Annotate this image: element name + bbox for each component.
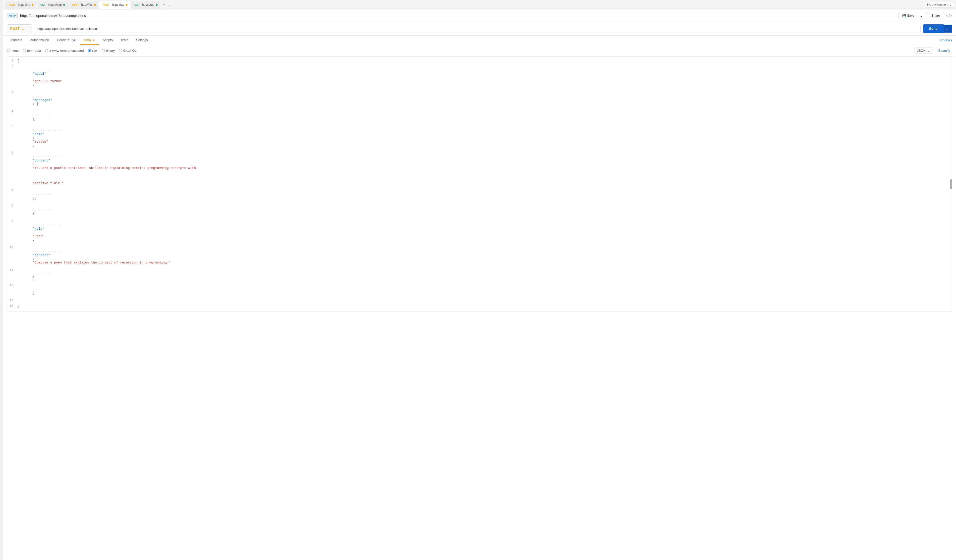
tab-4[interactable]: POST https://ap: [99, 1, 130, 9]
method-selector[interactable]: POST ⌄: [7, 24, 32, 33]
code-line-12: 12 ···· ]: [7, 283, 952, 298]
tab2-url: https://kap: [48, 3, 62, 6]
line-num-8: 8: [7, 204, 17, 208]
line-num-11: 11: [7, 268, 17, 272]
line-num-9: 9: [7, 219, 17, 223]
tab-bar: POST https://ka GET https://kap POST htt…: [3, 0, 956, 9]
option-graphql[interactable]: GraphQL: [119, 49, 137, 52]
line-num-6b: [7, 174, 17, 174]
line-content-4: ········ {: [17, 110, 952, 125]
line-content-12: ···· ]: [17, 283, 952, 298]
method-chevron-icon: ⌄: [21, 27, 24, 31]
http-badge: HTTP: [7, 13, 18, 18]
line-content-2: ········ "model" : "gpt-3.5-turbo" ,: [17, 64, 952, 91]
radio-form-data[interactable]: [23, 49, 26, 52]
line-num-12: 12: [7, 283, 17, 287]
tab-params[interactable]: Params: [7, 36, 26, 45]
tab-authorization[interactable]: Authorization: [26, 36, 53, 45]
key-content-2: "content": [33, 253, 50, 257]
val-content-1: "You are a poetic assistant, skilled in …: [33, 166, 196, 170]
line-num-14: 14: [7, 304, 17, 308]
line-content-13: [17, 298, 952, 303]
dots-5: ············: [33, 129, 62, 132]
option-none[interactable]: none: [7, 49, 19, 52]
save-icon: 💾: [902, 14, 906, 17]
line-num-6: 6: [7, 151, 17, 155]
send-button[interactable]: Send: [923, 24, 943, 33]
body-label: Body: [84, 38, 92, 42]
authorization-label: Authorization: [30, 38, 49, 42]
url-bar: HTTP https://api.openai.com/v1/chat/comp…: [3, 9, 956, 22]
body-options-bar: none form-data x-www-form-urlencoded raw…: [3, 45, 956, 56]
request-tabs-nav: Params Authorization Headers 14 Body ● S…: [3, 36, 956, 45]
tab-2[interactable]: GET https://kap: [36, 1, 68, 9]
tab4-dot: [126, 4, 127, 6]
scrollbar[interactable]: [950, 179, 952, 189]
json-type-selector[interactable]: JSON ⌄: [914, 47, 932, 54]
tab5-method: GET: [134, 3, 141, 6]
environment-selector[interactable]: No environment ⌄: [925, 2, 954, 8]
send-dropdown-button[interactable]: ⌄: [943, 25, 952, 33]
save-chevron-icon: ⌄: [920, 14, 923, 17]
line-content-7: ········ },: [17, 189, 952, 204]
share-button[interactable]: Share: [927, 12, 944, 19]
tab3-method: POST: [71, 3, 80, 6]
line-num-5: 5: [7, 125, 17, 129]
tab2-method: GET: [39, 3, 47, 6]
tab1-url: https://ka: [18, 3, 30, 6]
tab-settings[interactable]: Settings: [132, 36, 152, 45]
line-content-6: ············ "content" : "You are a poet…: [17, 151, 952, 174]
url-input[interactable]: [35, 25, 921, 33]
json-selector-chevron-icon: ⌄: [927, 49, 929, 52]
tab-1[interactable]: POST https://ka: [5, 1, 36, 9]
tab-body[interactable]: Body ●: [80, 36, 99, 45]
beautify-button[interactable]: Beautify: [936, 48, 952, 53]
line-num-13: 13: [7, 298, 17, 302]
dots-11: ········: [33, 272, 52, 276]
tests-label: Tests: [121, 38, 128, 42]
new-tab-button[interactable]: +: [162, 2, 167, 7]
line-num-2: 2: [7, 64, 17, 68]
environment-label: No environment: [927, 3, 948, 6]
line-content-5: ············ "role" : "system" ,: [17, 125, 952, 151]
option-binary[interactable]: binary: [102, 49, 115, 52]
val-role-2: "user": [33, 234, 44, 238]
radio-none[interactable]: [7, 49, 10, 52]
save-button[interactable]: 💾 Save: [898, 12, 918, 19]
code-button[interactable]: </>: [946, 13, 952, 18]
line-content-8: ········ {: [17, 204, 952, 219]
scripts-label: Scripts: [103, 38, 113, 42]
line-num-3: 3: [7, 91, 17, 94]
radio-binary[interactable]: [102, 49, 105, 52]
radio-graphql[interactable]: [119, 49, 122, 52]
dots-2: ········: [33, 68, 52, 72]
val-model: "gpt-3.5-turbo": [33, 79, 62, 83]
tab1-method: POST: [8, 3, 16, 6]
val-content-2: "Compose a poem that explains the concep…: [33, 261, 171, 264]
code-line-4: 4 ········ {: [7, 110, 952, 125]
tab-tests[interactable]: Tests: [116, 36, 132, 45]
radio-urlencoded[interactable]: [45, 49, 48, 52]
tab-headers[interactable]: Headers 14: [53, 36, 80, 45]
radio-raw[interactable]: [88, 49, 91, 52]
code-editor[interactable]: 1 { 2 ········ "model" : "gpt-3.5-turbo"…: [7, 56, 952, 312]
line-content-9: ············ "role" : "user" ,: [17, 219, 952, 246]
key-model: "model": [33, 72, 46, 75]
option-form-data[interactable]: form-data: [23, 49, 41, 52]
cookies-button[interactable]: Cookies: [940, 38, 952, 42]
option-raw[interactable]: raw: [88, 49, 97, 52]
tabs-overflow-button[interactable]: ⌄: [168, 3, 171, 7]
line-num-7: 7: [7, 189, 17, 193]
code-line-14: 14 }: [7, 304, 952, 309]
tab3-url: http://loc: [81, 3, 92, 6]
option-urlencoded[interactable]: x-www-form-urlencoded: [45, 49, 84, 52]
save-dropdown-button[interactable]: ⌄: [918, 12, 925, 19]
key-role-1: "role": [33, 132, 44, 136]
tab-3[interactable]: POST http://loc: [68, 1, 99, 9]
tab1-dot: [31, 4, 33, 6]
code-line-2: 2 ········ "model" : "gpt-3.5-turbo" ,: [7, 64, 952, 91]
option-none-label: none: [11, 49, 19, 52]
tab-scripts[interactable]: Scripts: [99, 36, 117, 45]
tab-5[interactable]: GET https://op: [131, 1, 160, 9]
method-label: POST: [10, 27, 20, 31]
